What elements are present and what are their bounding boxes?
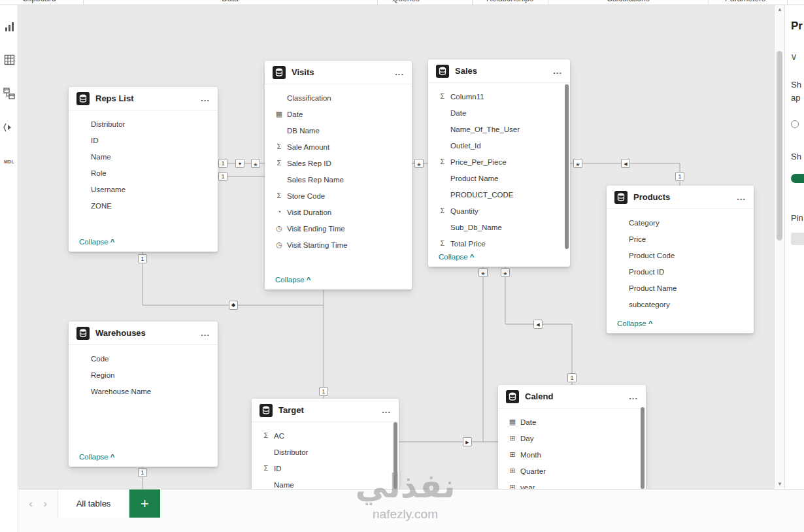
scroll-up-icon[interactable]: ▲ — [775, 5, 785, 14]
tabs-nav-back-icon[interactable]: ‹ — [24, 490, 38, 518]
table-card-warehouses[interactable]: Warehouses...CodeRegionWarehouse NameCol… — [69, 322, 218, 467]
collapse-link[interactable]: Collapse^ — [439, 253, 474, 261]
card-scrollbar[interactable] — [641, 407, 645, 489]
field-row[interactable]: Classification — [265, 90, 412, 106]
field-row[interactable]: Price — [607, 231, 754, 247]
relationship-marker[interactable]: * — [251, 159, 260, 168]
table-options-button[interactable]: ... — [199, 328, 211, 338]
field-row[interactable]: Outlet_Id — [428, 137, 570, 154]
field-row[interactable]: ΣStore Code — [265, 188, 412, 204]
panel-button[interactable] — [791, 233, 804, 245]
table-card-header[interactable]: Warehouses... — [69, 322, 218, 345]
table-card-sales[interactable]: Sales...ΣColumn11DateName_Of_The_UserOut… — [428, 59, 570, 267]
field-row[interactable]: Distributor — [69, 116, 218, 132]
scrollbar-thumb[interactable] — [777, 51, 782, 241]
field-row[interactable]: Username — [69, 181, 218, 197]
ribbon-tab-queries[interactable]: Queries — [392, 0, 420, 3]
relationship-marker[interactable]: * — [501, 268, 510, 277]
field-row[interactable]: Name — [69, 148, 218, 165]
relationship-marker[interactable]: 1 — [319, 387, 328, 396]
table-card-products[interactable]: Products...CategoryPriceProduct CodeProd… — [607, 186, 754, 333]
field-row[interactable]: ΣAC — [252, 427, 399, 444]
table-card-header[interactable]: Visits... — [265, 61, 412, 84]
collapse-link[interactable]: Collapse^ — [617, 320, 652, 327]
field-row[interactable]: Region — [69, 367, 218, 383]
field-row[interactable]: Product Name — [607, 280, 754, 296]
field-row[interactable]: Product Code — [607, 247, 754, 263]
table-options-button[interactable]: ... — [199, 93, 211, 103]
table-card-header[interactable]: Reps List... — [69, 87, 218, 110]
relationship-marker[interactable]: ▶ — [463, 437, 472, 446]
dax-query-view-icon[interactable] — [2, 120, 16, 135]
field-row[interactable]: ΣSales Rep ID — [265, 155, 412, 171]
table-options-button[interactable]: ... — [380, 405, 392, 415]
table-card-header[interactable]: Products... — [607, 186, 754, 209]
table-options-button[interactable]: ... — [628, 391, 639, 401]
field-row[interactable]: Sales Rep Name — [265, 171, 412, 188]
field-row[interactable]: ΣPrice_Per_Piece — [428, 154, 570, 170]
scroll-down-icon[interactable]: ▼ — [775, 480, 785, 489]
field-row[interactable]: ID — [69, 132, 218, 148]
ribbon-tab-relationships[interactable]: Relationships — [486, 0, 533, 3]
relationship-marker[interactable]: ◀ — [621, 159, 630, 168]
table-card-calend[interactable]: Calend...▦Date⊞Day⊞Month⊞Quarter⊞yearCol… — [498, 385, 646, 489]
field-row[interactable]: ⊞year — [498, 479, 646, 489]
field-row[interactable]: Sub_Db_Name — [428, 219, 570, 235]
collapse-link[interactable]: Collapse^ — [275, 276, 310, 284]
report-view-icon[interactable] — [2, 20, 16, 34]
field-row[interactable]: ΣTotal Price — [428, 235, 570, 252]
field-row[interactable]: Name_Of_The_User — [428, 121, 570, 137]
ribbon-tab-calculations[interactable]: Calculations — [607, 0, 649, 3]
field-row[interactable]: ◷Visit Ending Time — [265, 220, 412, 237]
field-row[interactable]: Warehouse Name — [69, 383, 218, 399]
field-row[interactable]: Product Name — [428, 170, 570, 186]
relationship-marker[interactable]: 1 — [138, 254, 147, 263]
table-card-visits[interactable]: Visits...Classification▦DateDB NameΣSale… — [265, 61, 412, 290]
field-row[interactable]: Date — [428, 105, 570, 121]
relationship-marker[interactable]: ◆ — [229, 301, 238, 310]
field-row[interactable]: ◷Visit Starting Time — [265, 237, 412, 253]
model-view-icon[interactable] — [2, 86, 16, 101]
table-card-target[interactable]: Target...ΣACDistributorΣIDNameCollapse^ — [252, 399, 399, 489]
field-row[interactable]: ΣSale Amount — [265, 139, 412, 155]
ribbon-tab-clipboard[interactable]: Clipboard — [22, 0, 56, 3]
relationship-marker[interactable]: * — [478, 268, 488, 277]
card-scrollbar[interactable] — [394, 422, 397, 489]
table-view-icon[interactable] — [2, 52, 16, 67]
chevron-down-icon[interactable]: ∨ — [790, 51, 797, 63]
field-row[interactable]: ⊞Month — [498, 446, 646, 463]
collapse-link[interactable]: Collapse^ — [79, 238, 114, 246]
relationship-marker[interactable]: 1 — [218, 172, 227, 181]
field-row[interactable]: ΣColumn11 — [428, 88, 570, 105]
field-row[interactable]: Code — [69, 350, 218, 367]
relationship-marker[interactable]: 1 — [218, 159, 227, 168]
relationship-marker[interactable]: ▼ — [235, 159, 244, 168]
tabs-nav-forward-icon[interactable]: › — [38, 490, 52, 518]
relationship-marker[interactable]: 1 — [138, 468, 147, 477]
field-row[interactable]: ⊞Day — [498, 430, 646, 446]
field-row[interactable]: Name — [252, 476, 399, 489]
field-row[interactable]: ΣID — [252, 460, 399, 476]
relationship-marker[interactable]: * — [414, 159, 424, 168]
relationship-marker[interactable]: 1 — [567, 373, 577, 382]
table-card-header[interactable]: Calend... — [498, 385, 646, 408]
tmdl-view-icon[interactable]: MDL — [2, 154, 16, 169]
field-row[interactable]: ▦Date — [265, 106, 412, 122]
collapse-link[interactable]: Collapse^ — [79, 453, 114, 461]
table-options-button[interactable]: ... — [394, 67, 405, 77]
tab-all-tables[interactable]: All tables — [58, 490, 129, 518]
table-card-reps[interactable]: Reps List...DistributorIDNameRoleUsernam… — [69, 87, 218, 252]
field-row[interactable]: DB Name — [265, 122, 412, 139]
canvas-vertical-scrollbar[interactable]: ▲ ▼ — [774, 5, 784, 489]
field-row[interactable]: Role — [69, 165, 218, 181]
table-card-header[interactable]: Sales... — [428, 59, 570, 83]
field-row[interactable]: Distributor — [252, 444, 399, 460]
model-canvas[interactable]: Reps List...DistributorIDNameRoleUsernam… — [18, 5, 774, 489]
field-row[interactable]: PRODUCT_CODE — [428, 186, 570, 203]
field-row[interactable]: ZONE — [69, 197, 218, 214]
relationship-marker[interactable]: * — [573, 159, 582, 168]
card-scrollbar[interactable] — [565, 84, 569, 249]
toggle-on-switch[interactable] — [791, 174, 804, 183]
table-options-button[interactable]: ... — [735, 192, 747, 202]
field-row[interactable]: ΣQuantity — [428, 203, 570, 219]
